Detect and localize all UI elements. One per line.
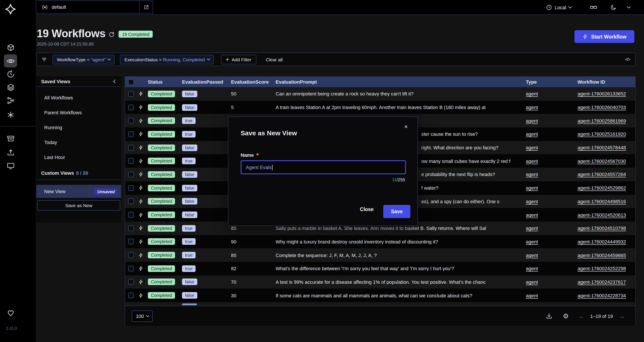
labs-toggle-button[interactable]	[590, 4, 597, 11]
workflow-id-link[interactable]: agent-1760024529862	[578, 185, 626, 190]
column-header-workflow-id[interactable]: Workflow ID	[578, 79, 635, 85]
row-checkbox[interactable]	[128, 104, 134, 110]
filter-funnel-icon[interactable]	[41, 56, 47, 62]
workflow-id-link[interactable]: agent-1760024510798	[578, 225, 626, 231]
workflow-type-link[interactable]: agent	[526, 266, 538, 271]
clear-all-filters-button[interactable]: Clear all	[266, 57, 282, 62]
filter-chip-executionstatus[interactable]: ExecutionStatus = Running, Completed	[120, 55, 214, 64]
workflow-type-link[interactable]: agent	[526, 279, 538, 285]
download-icon[interactable]	[545, 312, 552, 319]
workflow-type-link[interactable]: agent	[526, 185, 538, 190]
close-icon[interactable]: ×	[404, 123, 408, 130]
workflow-id-link[interactable]: agent-1760024252298	[578, 266, 626, 271]
namespace-selector[interactable]: default	[36, 1, 153, 14]
row-checkbox[interactable]	[128, 252, 134, 258]
row-checkbox[interactable]	[128, 172, 134, 177]
workflow-type-link[interactable]: agent	[526, 159, 538, 164]
row-checkbox[interactable]	[128, 199, 134, 204]
sidebar-item-parent-workflows[interactable]: Parent Workflows	[36, 105, 121, 120]
heart-icon[interactable]	[6, 309, 15, 317]
workflow-type-link[interactable]: agent	[526, 199, 538, 204]
column-header-evaluation-score[interactable]: EvaluationScore	[231, 79, 276, 85]
modal-close-button[interactable]: Close	[360, 207, 374, 212]
workflow-type-link[interactable]: agent	[526, 225, 538, 231]
code-view-toggle-icon[interactable]: </>	[625, 57, 630, 62]
workflow-type-link[interactable]: agent	[526, 212, 538, 217]
workflow-type-link[interactable]: agent	[526, 132, 538, 137]
workflow-id-link[interactable]: agent-1760024459665	[578, 252, 626, 258]
save-as-new-button[interactable]: Save as New	[37, 200, 120, 211]
row-checkbox[interactable]	[128, 91, 134, 97]
workflow-id-link[interactable]: agent-1760026133652	[578, 91, 626, 97]
workflow-id-link[interactable]: agent-1760024449932	[578, 239, 626, 244]
modal-save-button[interactable]: Save	[383, 205, 410, 218]
workflow-type-link[interactable]: agent	[526, 91, 538, 97]
workflow-id-link[interactable]: agent-1760024228734	[578, 293, 626, 298]
collapse-panel-icon[interactable]	[113, 80, 117, 83]
workflow-type-link[interactable]: agent	[526, 293, 538, 298]
sidebar-nav-monitor-icon[interactable]	[4, 159, 17, 172]
workflow-id-link[interactable]: agent-1760024520613	[578, 212, 626, 217]
row-checkbox[interactable]	[128, 225, 134, 231]
previous-page-arrow-icon[interactable]: ←	[578, 312, 584, 319]
workflow-bolt-icon	[138, 145, 148, 150]
temporal-logo-icon[interactable]	[5, 4, 16, 15]
column-header-evaluation-prompt[interactable]: EvaluationPrompt	[276, 79, 526, 85]
sidebar-nav-eye-icon[interactable]	[4, 54, 17, 68]
namespace-external-link-button[interactable]	[139, 1, 153, 13]
filter-chip-workflowtype[interactable]: WorkflowType = "agent"	[52, 55, 115, 64]
start-workflow-button[interactable]: Start Workflow	[574, 30, 634, 43]
workflow-type-link[interactable]: agent	[526, 239, 538, 244]
row-checkbox[interactable]	[128, 118, 134, 124]
workflow-id-link[interactable]: agent-1760025861969	[578, 118, 626, 123]
timezone-selector[interactable]: Local	[546, 4, 572, 10]
row-checkbox[interactable]	[128, 158, 134, 164]
theme-toggle-button[interactable]	[610, 4, 617, 11]
sidebar-nav-archive-icon[interactable]	[4, 132, 17, 145]
row-checkbox[interactable]	[128, 145, 134, 150]
workflow-id-link[interactable]: agent-1760024237617	[578, 279, 626, 285]
add-filter-button[interactable]: + Add Filter	[221, 55, 256, 64]
select-all-checkbox[interactable]	[128, 79, 134, 85]
account-menu-chevron-icon[interactable]	[627, 5, 631, 9]
column-header-evaluation-passed[interactable]: EvaluationPassed	[182, 79, 231, 85]
sidebar-item-running[interactable]: Running	[36, 120, 121, 135]
page-size-select[interactable]: 100	[132, 310, 153, 322]
row-checkbox[interactable]	[128, 292, 134, 298]
workflow-id-link[interactable]: agent-1760024498516	[578, 199, 626, 204]
workflow-id-link[interactable]: agent-1760026040703	[578, 105, 626, 110]
workflow-id-link[interactable]: agent-1760024567030	[578, 159, 626, 164]
sidebar-nav-cube-icon[interactable]	[4, 41, 17, 54]
row-checkbox[interactable]	[128, 185, 134, 191]
row-checkbox[interactable]	[128, 266, 134, 271]
workflow-id-link[interactable]: agent-1760025161920	[578, 132, 626, 137]
view-name-input[interactable]: Agent Evals	[240, 160, 406, 174]
row-checkbox[interactable]	[128, 279, 134, 285]
sidebar-nav-branch-icon[interactable]	[4, 94, 17, 107]
column-header-status[interactable]: Status	[148, 79, 182, 85]
next-page-arrow-icon[interactable]: →	[618, 312, 625, 319]
namespace-current[interactable]: default	[36, 1, 139, 13]
workflow-type-link[interactable]: agent	[526, 252, 538, 258]
workflow-id-link[interactable]: agent-1760024557264	[578, 172, 626, 177]
workflow-type-link[interactable]: agent	[526, 172, 538, 177]
row-checkbox[interactable]	[128, 131, 134, 137]
sidebar-item-all-workflows[interactable]: All Workflows	[36, 90, 121, 105]
sidebar-nav-layers-icon[interactable]	[4, 81, 17, 94]
column-header-type[interactable]: Type	[526, 79, 578, 85]
sidebar-item-last-hour[interactable]: Last Hour	[36, 150, 121, 165]
refresh-button[interactable]	[108, 31, 115, 38]
sidebar-item-new-view[interactable]: New View Unsaved	[36, 185, 121, 198]
sidebar-nav-upload-icon[interactable]	[4, 146, 17, 159]
sidebar-item-today[interactable]: Today	[36, 135, 121, 150]
row-checkbox[interactable]	[128, 212, 134, 218]
horizontal-scrollbar-thumb[interactable]	[182, 303, 197, 305]
sidebar-nav-retry-clock-icon[interactable]	[4, 68, 17, 81]
gear-icon[interactable]: ⚙	[563, 313, 569, 319]
row-checkbox[interactable]	[128, 239, 134, 245]
workflow-type-link[interactable]: agent	[526, 118, 538, 123]
workflow-type-link[interactable]: agent	[526, 145, 538, 150]
sidebar-nav-asterisk-icon[interactable]	[4, 108, 17, 121]
workflow-id-link[interactable]: agent-1760024578448	[578, 145, 626, 150]
workflow-type-link[interactable]: agent	[526, 105, 538, 110]
